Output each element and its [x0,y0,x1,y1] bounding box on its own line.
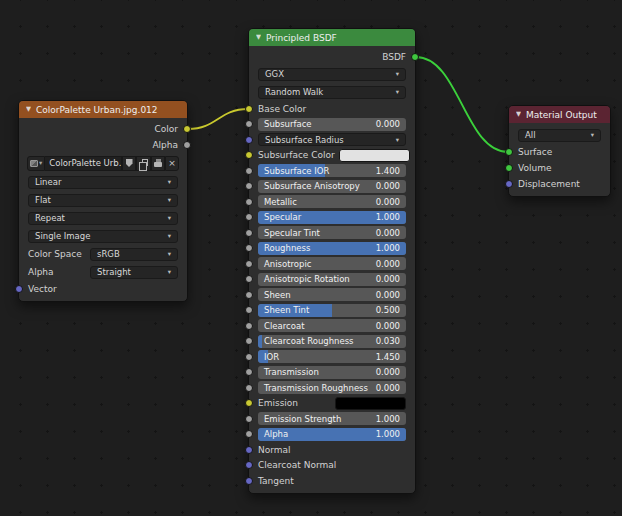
sheen-slider[interactable]: Sheen0.000 [258,288,406,301]
emission-strength-input-socket[interactable] [245,415,253,423]
roughness-slider[interactable]: Roughness1.000 [258,242,406,255]
subsurface-color-input-socket[interactable] [245,151,253,159]
alpha-mode-dropdown[interactable]: Straight ▾ [90,266,178,279]
roughness-input-socket[interactable] [245,244,253,252]
tangent-input-socket[interactable] [245,477,253,485]
image-texture-node[interactable]: ▼ ColorPalette Urban.jpg.012 Color Alpha… [18,100,188,302]
emission-strength-slider[interactable]: Emission Strength1.000 [258,412,406,425]
specular-input-socket[interactable] [245,213,253,221]
normal-input-socket[interactable] [245,446,253,454]
sheen-input-socket[interactable] [245,291,253,299]
alpha-slider[interactable]: Alpha1.000 [258,428,406,441]
metallic-input-socket[interactable] [245,198,253,206]
slider-value: 0.500 [376,305,400,315]
subsurface-method-dropdown[interactable]: Random Walk ▾ [258,86,406,99]
alpha-mode-row: Alpha Straight ▾ [19,263,187,281]
extension-row: Repeat ▾ [19,209,187,227]
clearcoat-slider[interactable]: Clearcoat0.000 [258,319,406,332]
surface-input-socket[interactable] [505,148,513,156]
specular-tint-slider[interactable]: Specular Tint0.000 [258,226,406,239]
displacement-input-socket[interactable] [505,180,513,188]
distribution-dropdown[interactable]: GGX ▾ [258,68,406,81]
clearcoat-roughness-slider[interactable]: Clearcoat Roughness0.030 [258,335,406,348]
alpha-input-socket[interactable] [245,430,253,438]
image-texture-header[interactable]: ▼ ColorPalette Urban.jpg.012 [19,101,187,118]
source-dropdown[interactable]: Single Image ▾ [28,230,178,243]
extension-dropdown[interactable]: Repeat ▾ [28,212,178,225]
anisotropic-rotation-slider[interactable]: Anisotropic Rotation0.000 [258,273,406,286]
subsurface-anisotropy-slider[interactable]: Subsurface Anisotropy0.000 [258,180,406,193]
emission-input-socket[interactable] [245,399,253,407]
new-image-button[interactable] [136,156,151,171]
subsurface-radius-input-socket[interactable] [245,136,253,144]
anisotropic-rotation-input-socket[interactable] [245,275,253,283]
transmission-roughness-input-socket[interactable] [245,384,253,392]
specular-tint-input-socket[interactable] [245,229,253,237]
sheen-tint-input-socket[interactable] [245,306,253,314]
clearcoat-normal-input-socket[interactable] [245,461,253,469]
unpack-image-button[interactable] [151,156,165,171]
clearcoat-input-socket[interactable] [245,322,253,330]
unlink-image-button[interactable]: × [165,156,179,171]
vector-input-socket[interactable] [15,285,23,293]
subsurface-input-socket[interactable] [245,120,253,128]
subsurface-anisotropy-input-socket[interactable] [245,182,253,190]
image-name-field[interactable]: ColorPalette Urb... [45,156,122,171]
emission-color-swatch[interactable] [335,397,406,410]
chevron-down-icon: ▾ [396,71,399,78]
anisotropic-slider[interactable]: Anisotropic0.000 [258,257,406,270]
specular-slider[interactable]: Specular1.000 [258,211,406,224]
target-dropdown[interactable]: All ▾ [518,129,601,142]
base-color-input-socket[interactable] [245,105,253,113]
bsdf-output-socket[interactable] [411,53,419,61]
subsurface-ior-input-socket[interactable] [245,167,253,175]
color-output-label: Color [155,124,179,134]
close-icon: × [168,159,176,168]
row-emission-strength: Emission Strength1.000 [249,411,415,427]
material-output-header[interactable]: ▼ Material Output [509,106,610,123]
volume-input-socket[interactable] [505,164,513,172]
anisotropic-input-socket[interactable] [245,260,253,268]
metallic-slider[interactable]: Metallic0.000 [258,195,406,208]
row-metallic: Metallic0.000 [249,194,415,210]
browse-image-button[interactable]: ▾ [27,156,45,171]
transmission-roughness-slider[interactable]: Transmission Roughness0.000 [258,381,406,394]
vector-input-row: Vector [19,281,187,297]
transmission-slider[interactable]: Transmission0.000 [258,366,406,379]
principled-bsdf-node[interactable]: ▼ Principled BSDF BSDF GGX ▾ Random Walk… [248,28,416,494]
alpha-output-socket[interactable] [183,141,191,149]
ior-input-socket[interactable] [245,353,253,361]
fake-user-button[interactable] [122,156,136,171]
chevron-down-icon: ▾ [168,197,171,204]
alpha-output-label: Alpha [152,140,178,150]
sheen-tint-slider[interactable]: Sheen Tint0.500 [258,304,406,317]
collapse-icon[interactable]: ▼ [26,106,31,113]
displacement-input-label: Displacement [518,179,580,189]
slider-label: Sheen Tint [264,305,309,315]
color-output-socket[interactable] [183,125,191,133]
node-title: ColorPalette Urban.jpg.012 [36,105,158,115]
row-specular: Specular1.000 [249,210,415,226]
collapse-icon[interactable]: ▼ [516,111,521,118]
subsurface-color-color-swatch[interactable] [339,149,410,162]
color-space-dropdown[interactable]: sRGB ▾ [90,248,178,261]
subsurface-ior-slider[interactable]: Subsurface IOR1.400 [258,164,406,177]
ior-slider[interactable]: IOR1.450 [258,350,406,363]
subsurface-radius-dropdown[interactable]: Subsurface Radius▾ [258,133,406,146]
transmission-input-socket[interactable] [245,368,253,376]
subsurface-slider[interactable]: Subsurface0.000 [258,118,406,131]
slider-label: Subsurface IOR [264,166,329,176]
slider-label: Transmission Roughness [264,383,368,393]
projection-dropdown[interactable]: Flat ▾ [28,194,178,207]
distribution-value: GGX [265,69,284,79]
image-icon [30,160,38,167]
slider-value: 0.000 [376,197,400,207]
principled-bsdf-header[interactable]: ▼ Principled BSDF [249,29,415,46]
collapse-icon[interactable]: ▼ [256,34,261,41]
material-output-node[interactable]: ▼ Material Output All ▾ Surface Volume D… [508,105,611,197]
row-normal: Normal [249,442,415,458]
chevron-down-icon: ▾ [168,215,171,222]
clearcoat-roughness-input-socket[interactable] [245,337,253,345]
interpolation-dropdown[interactable]: Linear ▾ [28,176,178,189]
bsdf-output-row: BSDF [249,49,415,65]
